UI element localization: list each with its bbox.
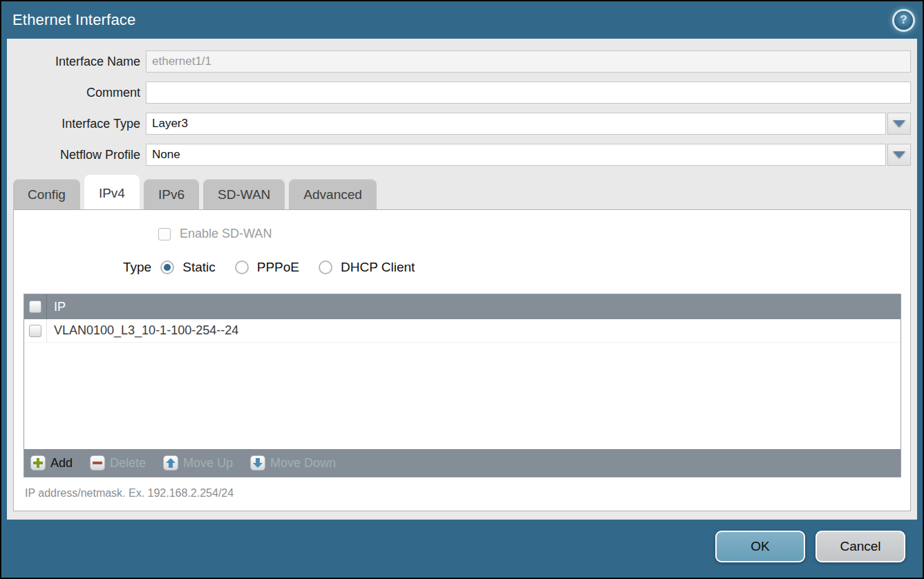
chevron-down-icon [893,151,905,158]
move-up-button-label: Move Up [183,456,233,471]
select-all-checkbox[interactable] [29,301,41,313]
delete-button-label: Delete [110,456,146,471]
tab-advanced[interactable]: Advanced [289,179,377,209]
radio-pppoe-label: PPPoE [257,260,299,275]
tab-ipv4[interactable]: IPv4 [84,175,140,209]
tab-ipv6[interactable]: IPv6 [144,179,199,209]
ip-table-header: IP [24,294,901,319]
radio-unselected-icon[interactable] [235,260,249,274]
footer-buttons: OK Cancel [715,531,905,562]
comment-field[interactable] [146,82,911,104]
row-checkbox-cell [24,319,47,342]
ip-table-toolbar: Add Delete Move Up [24,449,901,477]
ipv4-tab-panel: Enable SD-WAN Type Static PPPoE DHCP Cli… [13,209,911,511]
ip-table: IP VLAN0100_L3_10-1-100-254--24 [23,294,901,477]
move-up-icon [163,455,178,471]
help-icon[interactable]: ? [894,11,913,30]
move-down-button-label: Move Down [270,456,336,471]
delete-icon [90,455,105,471]
select-all-cell [24,294,47,319]
ip-column-header: IP [47,294,66,319]
tab-sdwan[interactable]: SD-WAN [203,179,285,209]
netflow-profile-value[interactable]: None [146,144,886,166]
tab-config[interactable]: Config [13,179,80,209]
interface-type-label: Interface Type [13,117,146,131]
add-button[interactable]: Add [30,455,73,471]
netflow-profile-dropdown-button[interactable] [887,144,911,166]
interface-type-row: Interface Type Layer3 [13,113,911,135]
move-down-button[interactable]: Move Down [250,455,336,471]
interface-type-dropdown-button[interactable] [887,113,911,135]
add-button-label: Add [50,456,73,471]
title-bar: Ethernet Interface ? [1,1,923,39]
radio-static-label: Static [182,260,216,275]
enable-sdwan-label: Enable SD-WAN [180,227,272,241]
ok-button[interactable]: OK [715,531,805,562]
netflow-profile-row: Netflow Profile None [13,144,911,166]
add-icon [30,455,46,471]
chevron-down-icon [893,120,905,127]
row-checkbox[interactable] [29,325,41,337]
netflow-profile-label: Netflow Profile [13,148,146,162]
comment-label: Comment [13,86,146,100]
enable-sdwan-checkbox[interactable] [158,228,171,240]
move-up-button[interactable]: Move Up [163,455,233,471]
ip-table-body: VLAN0100_L3_10-1-100-254--24 [24,319,901,449]
interface-name-field[interactable] [146,50,911,73]
enable-sdwan-row: Enable SD-WAN [158,210,910,241]
delete-button[interactable]: Delete [90,455,146,471]
type-row: Type Static PPPoE DHCP Client [123,260,910,275]
radio-selected-icon[interactable] [160,260,174,274]
netflow-profile-dropdown[interactable]: None [146,144,911,166]
radio-unselected-icon[interactable] [319,260,332,274]
radio-option-pppoe[interactable]: PPPoE [235,260,299,275]
dialog-body: Interface Name Comment Interface Type La… [7,39,917,520]
ethernet-interface-dialog: Ethernet Interface ? Interface Name Comm… [0,0,924,579]
tab-bar: Config IPv4 IPv6 SD-WAN Advanced [13,175,911,209]
ip-cell[interactable]: VLAN0100_L3_10-1-100-254--24 [47,319,238,342]
interface-name-label: Interface Name [13,55,146,69]
table-row[interactable]: VLAN0100_L3_10-1-100-254--24 [24,319,901,343]
interface-type-dropdown[interactable]: Layer3 [146,113,911,135]
comment-row: Comment [13,82,911,104]
radio-option-dhcp-client[interactable]: DHCP Client [319,260,415,275]
interface-type-value[interactable]: Layer3 [146,113,886,135]
radio-option-static[interactable]: Static [160,260,216,275]
type-label: Type [123,260,151,275]
interface-name-row: Interface Name [13,50,911,73]
move-down-icon [250,455,265,471]
radio-dhcp-label: DHCP Client [341,260,415,275]
cancel-button[interactable]: Cancel [815,531,905,562]
dialog-title: Ethernet Interface [12,11,135,29]
ip-netmask-hint: IP address/netmask. Ex. 192.168.2.254/24 [25,487,910,500]
